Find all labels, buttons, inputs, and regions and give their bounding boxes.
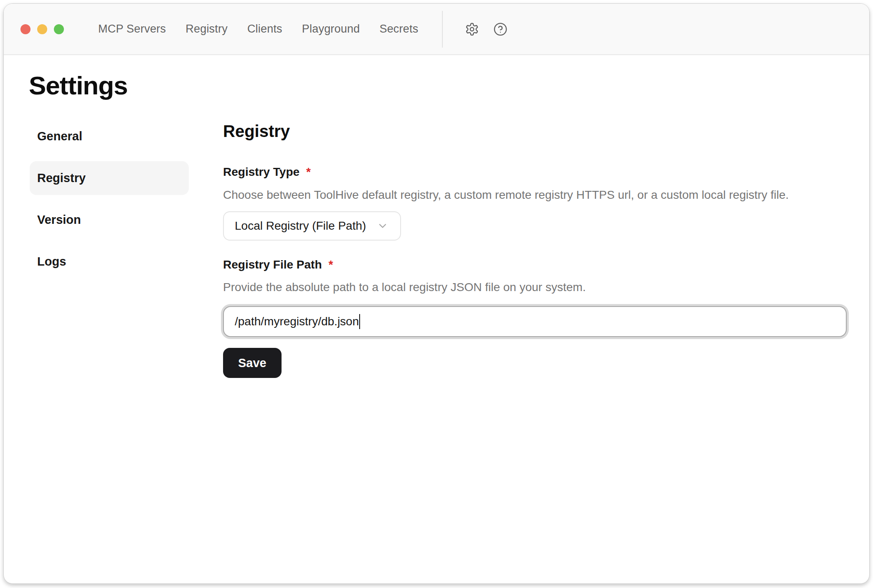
nav-item-clients[interactable]: Clients (247, 23, 282, 35)
registry-file-path-input[interactable]: /path/myregistry/db.json (223, 306, 847, 337)
top-navigation: MCP Servers Registry Clients Playground … (98, 23, 418, 35)
save-button[interactable]: Save (223, 348, 282, 378)
registry-file-path-value: /path/myregistry/db.json (235, 315, 359, 328)
nav-item-playground[interactable]: Playground (302, 23, 360, 35)
close-window-button[interactable] (20, 24, 30, 34)
help-icon (493, 22, 508, 36)
registry-file-path-label: Registry File Path (223, 257, 322, 272)
sidebar-item-logs[interactable]: Logs (30, 245, 189, 279)
required-asterisk: * (329, 257, 333, 272)
sidebar-item-version[interactable]: Version (30, 203, 189, 237)
nav-item-mcp-servers[interactable]: MCP Servers (98, 23, 166, 35)
minimize-window-button[interactable] (37, 24, 47, 34)
nav-divider (442, 11, 443, 48)
registry-type-label: Registry Type (223, 165, 299, 180)
chevron-down-icon (377, 220, 388, 232)
help-button[interactable] (493, 22, 508, 37)
maximize-window-button[interactable] (54, 24, 64, 34)
window-controls (20, 24, 64, 34)
page-title: Settings (29, 71, 869, 100)
sidebar-item-registry[interactable]: Registry (30, 161, 189, 195)
titlebar: MCP Servers Registry Clients Playground … (4, 4, 869, 55)
required-asterisk: * (306, 165, 311, 180)
registry-type-description: Choose between ToolHive default registry… (223, 187, 847, 203)
registry-file-path-field: Registry File Path * Provide the absolut… (223, 257, 847, 337)
settings-page: Settings General Registry Version Logs R… (4, 55, 869, 378)
registry-type-select[interactable]: Local Registry (File Path) (223, 211, 401, 241)
settings-sidebar: General Registry Version Logs (30, 119, 189, 378)
text-cursor (359, 314, 360, 329)
registry-type-selected-value: Local Registry (File Path) (235, 219, 366, 233)
registry-type-field: Registry Type * Choose between ToolHive … (223, 165, 847, 241)
app-window: MCP Servers Registry Clients Playground … (3, 3, 870, 584)
nav-item-secrets[interactable]: Secrets (379, 23, 418, 35)
settings-gear-button[interactable] (464, 22, 480, 37)
gear-icon (465, 22, 479, 36)
nav-item-registry[interactable]: Registry (185, 23, 228, 35)
registry-settings-panel: Registry Registry Type * Choose between … (223, 119, 847, 378)
registry-file-path-description: Provide the absolute path to a local reg… (223, 279, 847, 295)
sidebar-item-general[interactable]: General (30, 119, 189, 153)
section-heading: Registry (223, 121, 847, 141)
